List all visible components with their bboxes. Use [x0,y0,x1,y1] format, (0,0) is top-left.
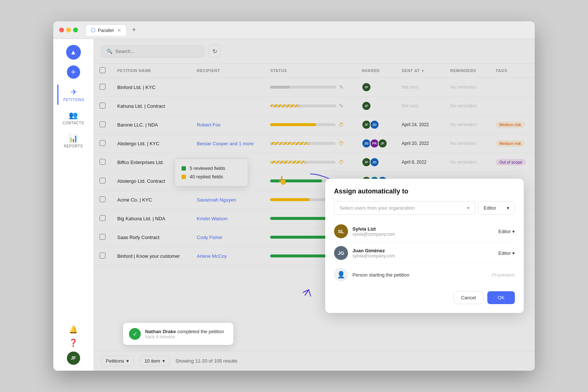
reports-icon: 📊 [69,134,78,143]
new-tab-button[interactable]: + [132,26,136,34]
person-icon: 👤 [334,268,348,282]
sidebar-item-label: PETITIONS [63,98,84,102]
titlebar: ⬡ Parallel ✕ + [53,21,535,39]
app-window: ⬡ Parallel ✕ + ▲ + ✈ PETITIONS 👥 CONTACT… [53,21,535,371]
juan-role-select[interactable]: Editor ▾ [498,250,515,256]
assign-modal: Assign automatically to Select users fro… [325,179,524,313]
juan-name: Juan Giménez [352,248,494,253]
role-select-label: Editor [484,205,496,211]
add-button[interactable]: + [67,65,80,79]
sidebar: ▲ + ✈ PETITIONS 👥 CONTACTS 📊 REPORTS 🔔 ❓… [53,39,94,371]
role-select[interactable]: Editor ▾ [478,201,515,215]
app-body: ▲ + ✈ PETITIONS 👥 CONTACTS 📊 REPORTS 🔔 ❓… [53,39,535,371]
contacts-icon: 👥 [69,111,78,120]
tab-close-icon[interactable]: ✕ [117,28,121,33]
juan-role-label: Editor [498,250,511,256]
tab-label: Parallel [98,28,114,33]
sylvia-email: sylvia@company.com [352,232,494,237]
notif-time: hace 4 minutos [145,334,224,339]
cancel-button[interactable]: Cancel [453,291,484,304]
notif-content: Nathan Drake completed the petition hace… [145,329,224,339]
notif-action: completed the petition [177,329,224,334]
sylvia-role-label: Editor [498,229,511,234]
notification-icon[interactable]: 🔔 [69,325,78,334]
modal-title: Assign automatically to [334,188,515,195]
juan-email: sylvia@company.com [352,253,494,259]
user-select-chevron: ▾ [467,205,470,211]
user-row-sylvia: SL Sylvia Lizt sylvia@company.com Editor… [334,221,515,242]
person-name: Person starting the petition [352,272,487,278]
sylvia-name: Sylvia Lizt [352,226,494,232]
sylvia-role-chevron: ▾ [512,229,515,234]
person-role: Propietario [492,272,515,278]
notification-toast: ✓ Nathan Drake completed the petition ha… [123,323,233,345]
reports-label: REPORTS [64,144,83,148]
ok-button[interactable]: OK [487,291,515,304]
person-row: 👤 Person starting the petition Propietar… [334,264,515,285]
notif-text: Nathan Drake completed the petition [145,329,224,334]
petitions-icon: ✈ [71,88,77,96]
notif-user: Nathan Drake [145,329,176,334]
user-avatar[interactable]: JF [67,352,80,365]
sidebar-bottom: 🔔 ❓ JF [67,325,80,365]
browser-tab[interactable]: ⬡ Parallel ✕ [85,24,127,36]
user-select-placeholder: Select users from your organization [340,205,415,211]
juan-info: Juan Giménez sylvia@company.com [352,248,494,259]
logo: ▲ [66,45,81,60]
main-content: 🔍 ↻ PETITION NAME RECIPIENT STATUS [94,39,535,371]
sidebar-item-reports[interactable]: 📊 REPORTS [57,131,90,151]
role-chevron-icon: ▾ [507,205,509,211]
sylvia-role-select[interactable]: Editor ▾ [498,229,515,234]
contacts-label: CONTACTS [62,121,84,125]
tab-icon: ⬡ [91,27,96,33]
notif-check-icon: ✓ [129,328,141,340]
modal-select-row: Select users from your organization ▾ Ed… [334,201,515,215]
juan-role-chevron: ▾ [512,250,515,256]
sidebar-item-contacts[interactable]: 👥 CONTACTS [57,108,90,128]
sylvia-info: Sylvia Lizt sylvia@company.com [352,226,494,237]
help-icon[interactable]: ❓ [69,338,78,347]
sylvia-avatar: SL [334,224,348,238]
traffic-lights [59,28,78,32]
modal-buttons: Cancel OK [334,291,515,304]
maximize-button[interactable] [73,28,78,32]
sidebar-item-petitions[interactable]: ✈ PETITIONS [57,85,90,105]
juan-avatar: JG [334,246,348,260]
user-select[interactable]: Select users from your organization ▾ [334,201,475,215]
close-button[interactable] [59,28,64,32]
user-row-juan: JG Juan Giménez sylvia@company.com Edito… [334,242,515,264]
minimize-button[interactable] [66,28,71,32]
